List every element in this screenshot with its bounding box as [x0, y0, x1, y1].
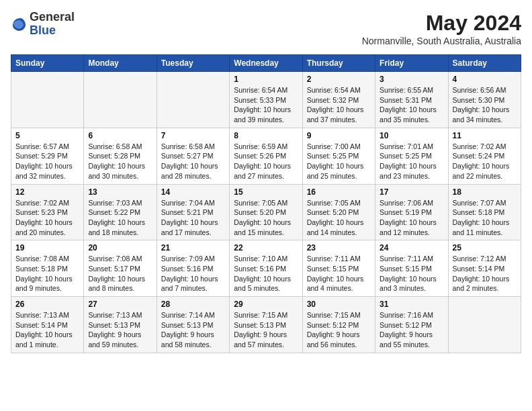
weekday-header-friday: Friday [375, 55, 448, 72]
day-info: Sunrise: 6:55 AMSunset: 5:31 PMDaylight:… [380, 85, 443, 125]
day-number: 1 [234, 75, 298, 84]
calendar-cell: 23Sunrise: 7:11 AMSunset: 5:15 PMDayligh… [302, 240, 375, 297]
weekday-header-row: SundayMondayTuesdayWednesdayThursdayFrid… [11, 55, 521, 72]
calendar-cell: 10Sunrise: 7:01 AMSunset: 5:25 PMDayligh… [375, 128, 448, 184]
calendar-table: SundayMondayTuesdayWednesdayThursdayFrid… [11, 54, 521, 353]
logo: General Blue [11, 11, 75, 38]
day-info: Sunrise: 6:54 AMSunset: 5:33 PMDaylight:… [234, 85, 298, 125]
calendar-week-3: 12Sunrise: 7:02 AMSunset: 5:23 PMDayligh… [11, 184, 521, 240]
day-info: Sunrise: 6:58 AMSunset: 5:27 PMDaylight:… [161, 142, 225, 181]
day-info: Sunrise: 7:08 AMSunset: 5:18 PMDaylight:… [15, 254, 79, 293]
calendar-cell: 26Sunrise: 7:13 AMSunset: 5:14 PMDayligh… [11, 297, 84, 353]
day-number: 7 [161, 131, 225, 140]
calendar-cell: 21Sunrise: 7:09 AMSunset: 5:16 PMDayligh… [157, 240, 229, 297]
weekday-header-sunday: Sunday [11, 55, 84, 72]
calendar-cell: 2Sunrise: 6:54 AMSunset: 5:32 PMDaylight… [302, 72, 375, 128]
logo-general-text: General [30, 10, 75, 24]
calendar-cell [11, 72, 84, 128]
calendar-cell: 8Sunrise: 6:59 AMSunset: 5:26 PMDaylight… [230, 128, 302, 184]
day-number: 13 [88, 187, 152, 197]
day-info: Sunrise: 7:13 AMSunset: 5:13 PMDaylight:… [88, 310, 152, 350]
calendar-cell: 28Sunrise: 7:14 AMSunset: 5:13 PMDayligh… [157, 297, 229, 353]
calendar-cell [448, 297, 521, 353]
day-info: Sunrise: 7:02 AMSunset: 5:23 PMDaylight:… [15, 198, 79, 238]
calendar-cell: 24Sunrise: 7:11 AMSunset: 5:15 PMDayligh… [375, 240, 448, 297]
location-title: Normanville, South Australia, Australia [362, 36, 521, 46]
calendar-week-5: 26Sunrise: 7:13 AMSunset: 5:14 PMDayligh… [11, 297, 521, 353]
day-number: 30 [307, 300, 371, 309]
calendar-cell: 20Sunrise: 7:08 AMSunset: 5:17 PMDayligh… [84, 240, 157, 297]
calendar-cell: 9Sunrise: 7:00 AMSunset: 5:25 PMDaylight… [302, 128, 375, 184]
calendar-cell: 18Sunrise: 7:07 AMSunset: 5:18 PMDayligh… [448, 184, 521, 240]
calendar-cell: 27Sunrise: 7:13 AMSunset: 5:13 PMDayligh… [84, 297, 157, 353]
day-number: 21 [161, 243, 225, 253]
day-info: Sunrise: 7:00 AMSunset: 5:25 PMDaylight:… [307, 142, 371, 181]
day-number: 4 [453, 75, 517, 84]
calendar-cell: 4Sunrise: 6:56 AMSunset: 5:30 PMDaylight… [448, 72, 521, 128]
day-number: 12 [15, 187, 79, 197]
calendar-cell: 19Sunrise: 7:08 AMSunset: 5:18 PMDayligh… [11, 240, 84, 297]
day-info: Sunrise: 7:03 AMSunset: 5:22 PMDaylight:… [88, 198, 152, 238]
calendar-cell: 1Sunrise: 6:54 AMSunset: 5:33 PMDaylight… [230, 72, 302, 128]
calendar-cell [157, 72, 229, 128]
day-number: 27 [88, 300, 152, 309]
calendar-cell: 31Sunrise: 7:16 AMSunset: 5:12 PMDayligh… [375, 297, 448, 353]
calendar-cell: 22Sunrise: 7:10 AMSunset: 5:16 PMDayligh… [230, 240, 302, 297]
day-info: Sunrise: 7:01 AMSunset: 5:25 PMDaylight:… [380, 142, 443, 181]
day-info: Sunrise: 6:59 AMSunset: 5:26 PMDaylight:… [234, 142, 298, 181]
day-number: 6 [88, 131, 152, 140]
day-info: Sunrise: 7:12 AMSunset: 5:14 PMDaylight:… [453, 254, 517, 293]
weekday-header-tuesday: Tuesday [157, 55, 229, 72]
calendar-cell: 30Sunrise: 7:15 AMSunset: 5:12 PMDayligh… [302, 297, 375, 353]
day-number: 9 [307, 131, 371, 140]
calendar-cell: 12Sunrise: 7:02 AMSunset: 5:23 PMDayligh… [11, 184, 84, 240]
title-block: May 2024 Normanville, South Australia, A… [362, 11, 521, 46]
day-info: Sunrise: 7:06 AMSunset: 5:19 PMDaylight:… [380, 198, 443, 238]
day-info: Sunrise: 6:54 AMSunset: 5:32 PMDaylight:… [307, 85, 371, 125]
day-number: 10 [380, 131, 443, 140]
calendar-cell: 29Sunrise: 7:15 AMSunset: 5:13 PMDayligh… [230, 297, 302, 353]
day-info: Sunrise: 7:08 AMSunset: 5:17 PMDaylight:… [88, 254, 152, 293]
logo-blue-text: Blue [30, 24, 56, 37]
day-info: Sunrise: 7:05 AMSunset: 5:20 PMDaylight:… [234, 198, 298, 238]
logo-text: General Blue [30, 11, 75, 38]
calendar-cell: 17Sunrise: 7:06 AMSunset: 5:19 PMDayligh… [375, 184, 448, 240]
day-info: Sunrise: 7:07 AMSunset: 5:18 PMDaylight:… [453, 198, 517, 238]
day-info: Sunrise: 6:56 AMSunset: 5:30 PMDaylight:… [453, 85, 517, 125]
day-number: 2 [307, 75, 371, 84]
calendar-cell: 25Sunrise: 7:12 AMSunset: 5:14 PMDayligh… [448, 240, 521, 297]
day-info: Sunrise: 7:02 AMSunset: 5:24 PMDaylight:… [453, 142, 517, 181]
day-number: 8 [234, 131, 298, 140]
day-info: Sunrise: 7:09 AMSunset: 5:16 PMDaylight:… [161, 254, 225, 293]
calendar-cell: 7Sunrise: 6:58 AMSunset: 5:27 PMDaylight… [157, 128, 229, 184]
day-number: 3 [380, 75, 443, 84]
calendar-cell: 15Sunrise: 7:05 AMSunset: 5:20 PMDayligh… [230, 184, 302, 240]
calendar-cell: 14Sunrise: 7:04 AMSunset: 5:21 PMDayligh… [157, 184, 229, 240]
logo-icon [11, 16, 27, 32]
day-number: 14 [161, 187, 225, 197]
day-info: Sunrise: 7:11 AMSunset: 5:15 PMDaylight:… [380, 254, 443, 293]
day-number: 19 [15, 243, 79, 253]
day-number: 28 [161, 300, 225, 309]
day-number: 5 [15, 131, 79, 140]
day-number: 11 [453, 131, 517, 140]
day-number: 31 [380, 300, 443, 309]
day-number: 24 [380, 243, 443, 253]
day-number: 22 [234, 243, 298, 253]
day-number: 23 [307, 243, 371, 253]
calendar-cell: 13Sunrise: 7:03 AMSunset: 5:22 PMDayligh… [84, 184, 157, 240]
day-number: 18 [453, 187, 517, 197]
page-header: General Blue May 2024 Normanville, South… [11, 11, 521, 46]
day-number: 29 [234, 300, 298, 309]
day-number: 15 [234, 187, 298, 197]
weekday-header-monday: Monday [84, 55, 157, 72]
calendar-cell [84, 72, 157, 128]
day-info: Sunrise: 7:14 AMSunset: 5:13 PMDaylight:… [161, 310, 225, 350]
day-number: 17 [380, 187, 443, 197]
day-info: Sunrise: 6:58 AMSunset: 5:28 PMDaylight:… [88, 142, 152, 181]
calendar-week-1: 1Sunrise: 6:54 AMSunset: 5:33 PMDaylight… [11, 72, 521, 128]
calendar-cell: 11Sunrise: 7:02 AMSunset: 5:24 PMDayligh… [448, 128, 521, 184]
day-info: Sunrise: 7:15 AMSunset: 5:12 PMDaylight:… [307, 310, 371, 350]
day-number: 26 [15, 300, 79, 309]
weekday-header-thursday: Thursday [302, 55, 375, 72]
